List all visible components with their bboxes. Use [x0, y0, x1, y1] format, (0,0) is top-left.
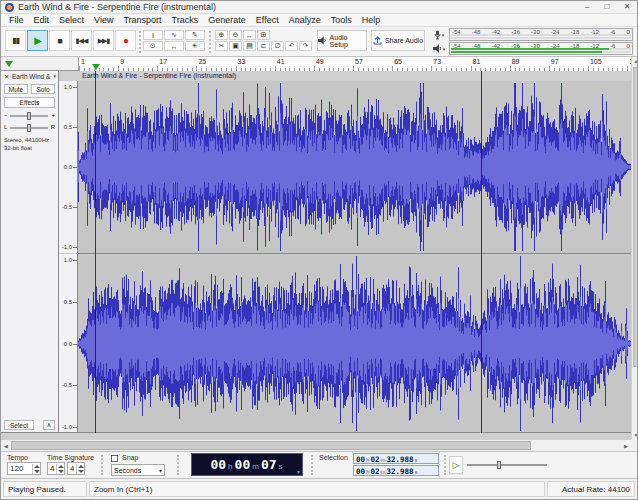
- playhead-triangle-icon[interactable]: [92, 64, 100, 70]
- gain-slider[interactable]: [10, 111, 50, 121]
- selection-start-field[interactable]: 00h02m32.988s: [353, 453, 439, 464]
- zoom-fit-button[interactable]: ⊞: [257, 30, 270, 40]
- effects-button[interactable]: Effects: [4, 97, 55, 108]
- share-icon: [373, 36, 382, 45]
- audio-setup-button[interactable]: Audio Setup: [317, 30, 367, 51]
- skip-start-button[interactable]: ▮◀◀: [71, 30, 92, 51]
- trim-tool-button[interactable]: ↔: [164, 41, 184, 51]
- vertical-ruler-tick: [73, 87, 77, 88]
- toolbar-area: ▮▮▶■▮◀◀▶▶▮● I∿✎⊙↔✳ ⊕⊖↔⊞ ✂▣▤⊏∅↶↷ Audio Se…: [1, 27, 638, 57]
- vertical-scroll-thumb[interactable]: [633, 67, 638, 367]
- track-close-button[interactable]: ✕: [4, 73, 9, 81]
- audio-setup-label: Audio Setup: [330, 34, 366, 48]
- play-speed-thumb[interactable]: [497, 461, 501, 469]
- snap-mode-dropdown[interactable]: Seconds▾: [111, 464, 165, 476]
- time-signature-upper-spinner[interactable]: 4: [47, 462, 65, 475]
- record-button[interactable]: ●: [115, 30, 136, 51]
- zoom-in-button[interactable]: ⊕: [215, 30, 228, 40]
- menu-help[interactable]: Help: [357, 14, 386, 27]
- toolbar-grip[interactable]: [444, 455, 446, 475]
- horizontal-scroll-thumb[interactable]: [11, 441, 531, 450]
- menu-edit[interactable]: Edit: [29, 14, 55, 27]
- selection-end-field[interactable]: 00h02m32.988s: [353, 465, 439, 476]
- toolbar-grip[interactable]: [311, 455, 313, 475]
- chevron-down-icon: ▾: [442, 32, 445, 38]
- timeline-pin-button[interactable]: [5, 61, 13, 67]
- horizontal-scrollbar[interactable]: ◀ ▶: [1, 439, 631, 451]
- waveform-right-channel[interactable]: [78, 254, 631, 433]
- draw-tool-button[interactable]: ✎: [185, 30, 205, 40]
- vertical-ruler-label: -1.0: [62, 424, 72, 430]
- menu-file[interactable]: File: [4, 14, 29, 27]
- selection-tool-button[interactable]: I: [143, 30, 163, 40]
- solo-button[interactable]: Solo: [31, 84, 55, 94]
- menu-tools[interactable]: Tools: [326, 14, 357, 27]
- audio-position-display[interactable]: ▼ 00h00m07s: [191, 453, 303, 476]
- toolbar-grip[interactable]: [209, 31, 211, 53]
- stop-button[interactable]: ■: [49, 30, 70, 51]
- gain-slider-thumb[interactable]: [27, 112, 31, 120]
- scroll-right-icon[interactable]: ▶: [622, 443, 630, 449]
- playback-meter[interactable]: ▾ -54-48-42-36-30-24-18-12-60: [429, 42, 633, 55]
- mute-button[interactable]: Mute: [4, 84, 28, 94]
- menu-generate[interactable]: Generate: [203, 14, 251, 27]
- pan-slider-thumb[interactable]: [27, 124, 31, 132]
- track-select-button[interactable]: Select: [4, 420, 34, 430]
- cut-button[interactable]: ✂: [215, 41, 228, 51]
- ruler-bar-label: 105: [590, 58, 602, 65]
- multi-tool-button[interactable]: ✳: [185, 41, 205, 51]
- track-collapse-button[interactable]: ∧: [43, 420, 55, 430]
- maximize-button[interactable]: □: [597, 1, 617, 13]
- envelope-tool-button[interactable]: ∿: [164, 30, 184, 40]
- track-name[interactable]: Earth Wind & F: [12, 73, 52, 80]
- scroll-up-icon[interactable]: ▲: [632, 58, 638, 64]
- toolbar-grip[interactable]: [177, 455, 179, 475]
- menu-analyze[interactable]: Analyze: [284, 14, 326, 27]
- vertical-ruler-tick: [73, 344, 77, 345]
- ruler-bar-label: 17: [159, 58, 167, 65]
- skip-start-icon: ▮◀◀: [76, 37, 88, 45]
- snap-checkbox[interactable]: [111, 455, 118, 462]
- track-menu-caret-icon[interactable]: ▾: [53, 73, 56, 79]
- zoom-selection-button[interactable]: ↔: [243, 30, 256, 40]
- timeline-ruler[interactable]: 191725334149576573818997105113: [78, 57, 631, 71]
- record-icon: ●: [123, 35, 128, 46]
- toolbar-grip[interactable]: [139, 31, 141, 53]
- recording-meter[interactable]: ▾ -54-48-42-36-30-24-18-12-60: [429, 28, 633, 41]
- time-digits: 32.988: [386, 467, 413, 476]
- vertical-scrollbar[interactable]: ▲ ▼: [631, 57, 638, 439]
- paste-button[interactable]: ▤: [243, 41, 256, 51]
- tempo-spinner[interactable]: 120: [7, 462, 41, 475]
- play-speed-slider[interactable]: [467, 464, 547, 466]
- menu-tracks[interactable]: Tracks: [167, 14, 204, 27]
- skip-end-button[interactable]: ▶▶▮: [93, 30, 114, 51]
- pan-slider[interactable]: [10, 123, 50, 133]
- meter-fill: [451, 51, 602, 53]
- clip-title[interactable]: Earth Wind & Fire - Serpentine Fire (ins…: [78, 71, 631, 81]
- menu-effect[interactable]: Effect: [251, 14, 284, 27]
- vertical-ruler-left-channel[interactable]: 1.00.50.0-0.5-1.0: [59, 81, 78, 253]
- toolbar-grip[interactable]: [101, 455, 103, 475]
- scroll-left-icon[interactable]: ◀: [2, 443, 10, 449]
- redo-button[interactable]: ↷: [299, 41, 312, 51]
- vertical-ruler-tick: [73, 127, 77, 128]
- trim-audio-button[interactable]: ⊏: [257, 41, 270, 51]
- play-at-speed-button[interactable]: ▷: [449, 456, 463, 474]
- pause-button[interactable]: ▮▮: [5, 30, 26, 51]
- menu-transport[interactable]: Transport: [118, 14, 166, 27]
- share-audio-button[interactable]: Share Audio: [371, 30, 425, 51]
- time-signature-lower-spinner[interactable]: 4: [67, 462, 85, 475]
- scroll-down-icon[interactable]: ▼: [632, 432, 638, 438]
- undo-button[interactable]: ↶: [285, 41, 298, 51]
- zoom-tool-button[interactable]: ⊙: [143, 41, 163, 51]
- copy-button[interactable]: ▣: [229, 41, 242, 51]
- menu-view[interactable]: View: [89, 14, 118, 27]
- zoom-out-button[interactable]: ⊖: [229, 30, 242, 40]
- menu-select[interactable]: Select: [54, 14, 89, 27]
- minimize-button[interactable]: –: [577, 1, 597, 13]
- play-button[interactable]: ▶: [27, 30, 48, 51]
- close-button[interactable]: ✕: [617, 1, 637, 13]
- vertical-ruler-right-channel[interactable]: 1.00.50.0-0.5-1.0: [59, 254, 78, 433]
- waveform-left-channel[interactable]: [78, 81, 631, 253]
- silence-audio-button[interactable]: ∅: [271, 41, 284, 51]
